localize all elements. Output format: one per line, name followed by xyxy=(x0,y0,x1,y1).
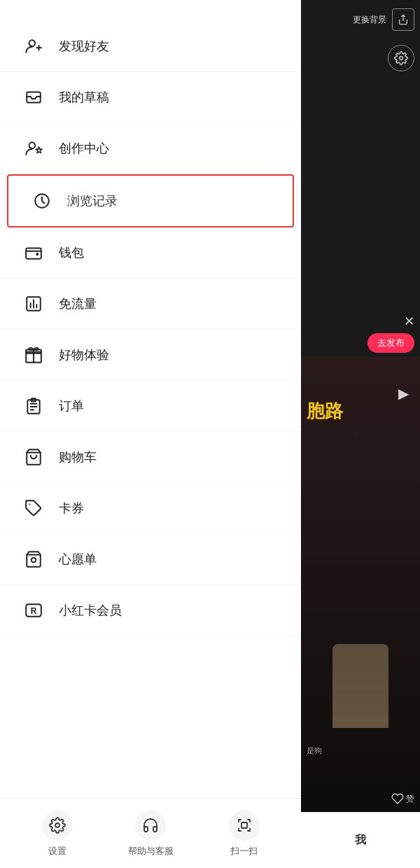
svg-point-23 xyxy=(31,558,36,563)
clipboard-icon xyxy=(21,393,46,419)
menu-item-creation[interactable]: 创作中心 xyxy=(0,123,301,174)
svg-point-29 xyxy=(400,57,403,60)
menu-panel: 发现好友 我的草稿 创作中心 xyxy=(0,0,301,868)
gift-icon xyxy=(21,342,46,368)
gear-icon xyxy=(42,810,73,841)
svg-point-4 xyxy=(29,142,36,148)
shopping-cart-icon xyxy=(21,444,46,470)
video-bottom-text: 是狗 xyxy=(307,746,322,756)
scan-button[interactable]: 扫一扫 xyxy=(229,810,260,858)
svg-rect-7 xyxy=(26,248,41,259)
publish-button[interactable]: 去发布 xyxy=(368,333,414,353)
vip-r-icon: R xyxy=(21,598,46,623)
svg-rect-3 xyxy=(27,92,41,102)
menu-label-coupons: 卡券 xyxy=(59,500,84,517)
close-button[interactable]: ✕ xyxy=(404,314,414,329)
menu-label-creation: 创作中心 xyxy=(59,140,109,157)
settings-icon-right[interactable] xyxy=(388,45,414,71)
menu-label-wallet: 钱包 xyxy=(59,244,84,261)
like-area: 赞 xyxy=(391,792,414,805)
menu-label-drafts: 我的草稿 xyxy=(59,89,109,106)
help-label: 帮助与客服 xyxy=(128,845,174,858)
bag-icon xyxy=(21,547,46,572)
menu-item-find-friends[interactable]: 发现好友 xyxy=(0,21,301,72)
inbox-icon xyxy=(21,85,46,110)
play-icon: ▶ xyxy=(398,385,409,402)
menu-item-history[interactable]: 浏览记录 xyxy=(7,174,294,227)
menu-label-find-friends: 发现好友 xyxy=(59,38,109,55)
svg-point-26 xyxy=(55,823,59,827)
menu-label-free-data: 免流量 xyxy=(59,295,97,312)
settings-label: 设置 xyxy=(48,845,66,858)
person-add-icon xyxy=(21,34,46,59)
menu-item-orders[interactable]: 订单 xyxy=(0,381,301,432)
menu-label-wishlist: 心愿单 xyxy=(59,551,97,568)
right-panel: 更换背景 ✕ 去发布 ▶ 胞 xyxy=(301,0,420,868)
tab-me-label: 我 xyxy=(355,833,366,848)
menu-label-vip: 小红卡会员 xyxy=(59,602,122,619)
menu-item-coupons[interactable]: 卡券 xyxy=(0,483,301,534)
scan-label: 扫一扫 xyxy=(230,845,258,858)
menu-item-drafts[interactable]: 我的草稿 xyxy=(0,72,301,123)
scan-icon xyxy=(229,810,260,841)
svg-marker-5 xyxy=(36,147,42,153)
tag-icon xyxy=(21,496,46,521)
svg-point-0 xyxy=(29,40,36,46)
person-star-icon xyxy=(21,136,46,161)
menu-list: 发现好友 我的草稿 创作中心 xyxy=(0,0,301,636)
help-button[interactable]: 帮助与客服 xyxy=(128,810,174,858)
share-icon[interactable] xyxy=(392,8,414,31)
menu-item-wallet[interactable]: 钱包 xyxy=(0,227,301,279)
clock-icon xyxy=(29,188,55,214)
menu-label-orders: 订单 xyxy=(59,398,84,414)
change-bg-label: 更换背景 xyxy=(353,14,386,26)
headset-icon xyxy=(135,810,166,841)
settings-button[interactable]: 设置 xyxy=(42,810,73,858)
menu-label-history: 浏览记录 xyxy=(67,192,118,209)
svg-rect-27 xyxy=(241,822,247,828)
menu-label-good-experience: 好物体验 xyxy=(59,346,109,363)
menu-label-cart: 购物车 xyxy=(59,449,97,465)
bar-chart-icon xyxy=(21,291,46,316)
menu-item-vip[interactable]: R 小红卡会员 xyxy=(0,585,301,636)
menu-item-cart[interactable]: 购物车 xyxy=(0,432,301,483)
video-title: 胞路 xyxy=(307,399,343,424)
wallet-icon xyxy=(21,240,46,265)
menu-item-wishlist[interactable]: 心愿单 xyxy=(0,534,301,585)
tab-me[interactable]: 我 xyxy=(301,812,420,868)
svg-text:R: R xyxy=(31,606,37,616)
bottom-action-bar: 设置 帮助与客服 扫一扫 xyxy=(0,798,301,868)
video-thumbnail: ▶ 胞路 是狗 xyxy=(301,357,420,812)
like-label: 赞 xyxy=(406,793,414,805)
menu-item-free-data[interactable]: 免流量 xyxy=(0,279,301,330)
menu-item-good-experience[interactable]: 好物体验 xyxy=(0,330,301,381)
